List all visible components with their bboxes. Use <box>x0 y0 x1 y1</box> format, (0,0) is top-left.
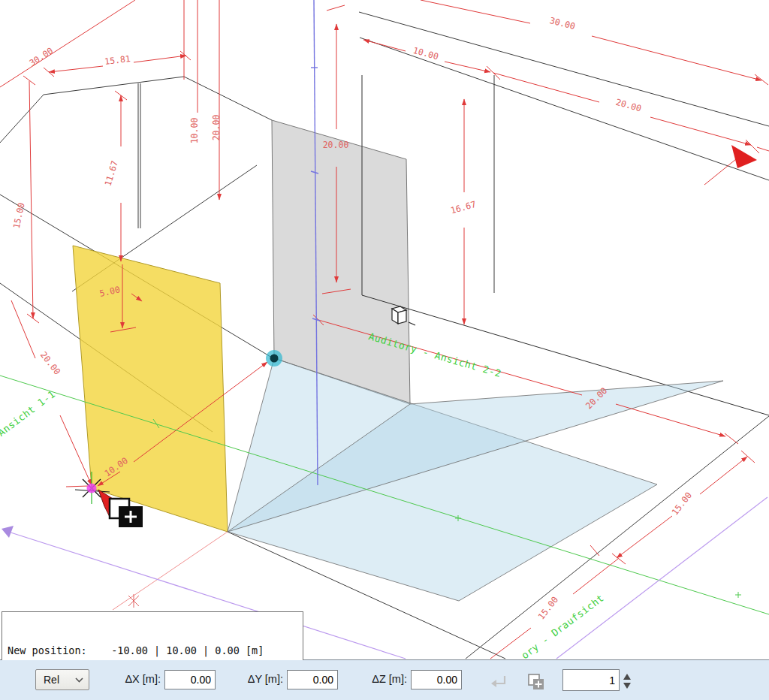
copies-count-spinner[interactable] <box>621 671 633 691</box>
cad-viewport[interactable]: 30.0015.8110.0020.0011.6715.005.0020.001… <box>0 0 769 659</box>
dimension-label: 20.00 <box>323 140 349 150</box>
delta-y-input[interactable] <box>287 670 338 689</box>
copies-count-input[interactable] <box>562 669 620 691</box>
wireframe-overlay-lines <box>362 75 769 415</box>
delta-x-input[interactable] <box>164 670 216 689</box>
dimension-label: 15.00 <box>670 490 694 517</box>
copy-mode-button[interactable] <box>526 672 547 692</box>
purple-arrow-icon <box>2 526 14 538</box>
spinner-up-icon[interactable] <box>623 673 632 680</box>
selected-point-marker[interactable] <box>266 350 282 367</box>
direction-arrow-icon <box>731 145 757 168</box>
spinner-down-icon[interactable] <box>623 682 632 689</box>
dimension-label: 20.00 <box>615 97 643 114</box>
solid-box-cursor-icon <box>392 306 415 325</box>
dimension-label: 30.00 <box>548 15 576 32</box>
cad-application-window: 30.0015.8110.0020.0011.6715.005.0020.001… <box>0 0 769 700</box>
face-gray-wall[interactable] <box>272 120 410 404</box>
delta-y-label: ΔY [m]: <box>226 673 283 685</box>
delta-z-input[interactable] <box>411 670 462 689</box>
apply-enter-button[interactable] <box>488 672 509 692</box>
delta-z-label: ΔZ [m]: <box>350 673 407 685</box>
dimension-label: 15.00 <box>536 595 560 622</box>
dimension-label: 30.00 <box>27 45 55 68</box>
dimension-label: 15.00 <box>11 202 27 230</box>
view-label: ory - Draufsicht <box>520 592 606 659</box>
view-label: Ansicht 1-1 <box>0 388 57 439</box>
dimension-label: 20.00 <box>211 115 222 141</box>
delta-x-label: ΔX [m]: <box>104 673 161 685</box>
coordinate-mode-select[interactable]: Rel <box>35 669 89 690</box>
dimension-label: 10.00 <box>189 118 200 144</box>
chevron-down-icon <box>75 677 83 683</box>
dimension-label: 10.00 <box>412 45 440 62</box>
coordinate-input-toolbar: Rel ΔX [m]: ΔY [m]: ΔZ [m]: <box>0 660 769 700</box>
copy-plus-icon <box>526 672 546 692</box>
coordinate-mode-value: Rel <box>44 674 59 686</box>
dimension-label: 15.81 <box>104 53 131 67</box>
dimension-label: 16.67 <box>449 199 477 216</box>
dimension-label: 11.67 <box>102 159 120 187</box>
status-new-position: New position: -10.00 | 10.00 | 0.00 [m] <box>8 644 297 659</box>
drawing-canvas[interactable]: 30.0015.8110.0020.0011.6715.005.0020.001… <box>0 0 769 661</box>
return-arrow-icon <box>490 674 508 690</box>
dimension-label: 20.00 <box>38 350 62 377</box>
